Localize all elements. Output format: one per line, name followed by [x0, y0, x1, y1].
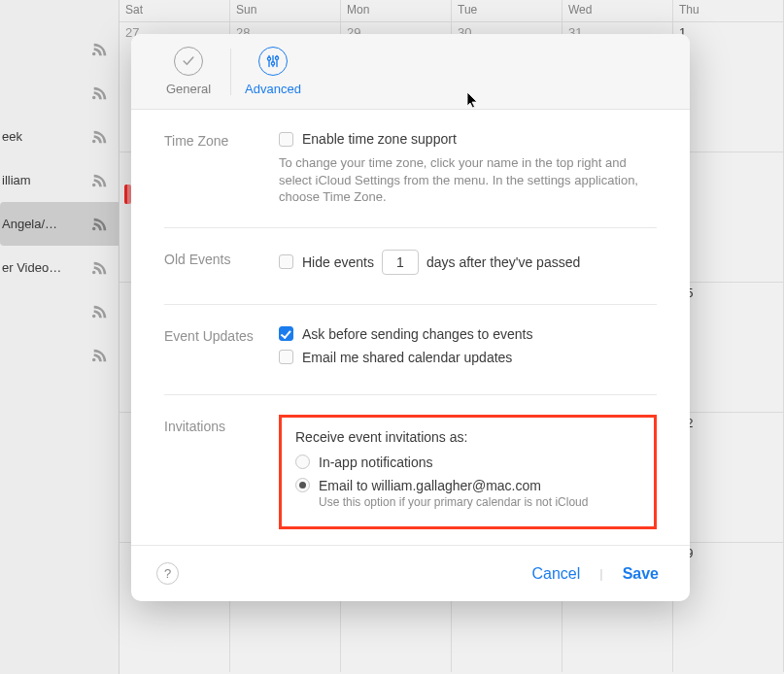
shared-icon	[91, 216, 109, 233]
tab-general[interactable]: General	[151, 47, 226, 96]
help-button[interactable]: ?	[156, 562, 179, 585]
sidebar-item[interactable]: eek	[0, 115, 119, 158]
sidebar-item[interactable]	[0, 27, 119, 71]
sidebar-item[interactable]: er Video…	[0, 246, 119, 289]
sidebar-item[interactable]: Angela/…	[0, 202, 119, 246]
section-event-updates: Event Updates Ask before sending changes…	[164, 305, 657, 395]
svg-point-5	[275, 56, 278, 59]
invitations-description: Use this option if your primary calendar…	[319, 495, 644, 509]
email-shared-updates-label: Email me shared calendar updates	[302, 350, 512, 365]
sidebar-item[interactable]	[0, 71, 119, 115]
tab-label: Advanced	[245, 82, 301, 96]
hide-events-days-input[interactable]	[382, 250, 419, 275]
ask-before-sending-label: Ask before sending changes to events	[302, 326, 532, 342]
tab-label: General	[166, 82, 211, 96]
cancel-button[interactable]: Cancel	[526, 561, 586, 587]
inapp-notifications-label: In-app notifications	[319, 455, 433, 470]
shared-icon	[91, 128, 109, 146]
section-timezone: Time Zone Enable time zone support To ch…	[164, 110, 657, 228]
email-shared-updates-checkbox[interactable]	[279, 350, 293, 364]
hide-events-checkbox[interactable]	[279, 254, 293, 269]
calendar-sidebar: eek illiam Angela/… er Video…	[0, 0, 119, 674]
day-header: Sat	[119, 0, 230, 21]
sidebar-item-label: Angela/…	[0, 217, 91, 231]
day-header: Sun	[230, 0, 341, 21]
sliders-icon	[258, 47, 288, 76]
date-cell[interactable]: 1	[673, 22, 784, 152]
email-invitations-label: Email to william.gallagher@mac.com	[319, 478, 541, 493]
shared-icon	[91, 41, 109, 58]
sidebar-item-label: illiam	[0, 173, 91, 187]
section-label: Invitations	[164, 417, 279, 529]
section-label: Event Updates	[164, 326, 279, 373]
hide-events-post-label: days after they've passed	[426, 254, 580, 270]
inapp-notifications-radio[interactable]	[295, 455, 310, 469]
svg-point-3	[267, 57, 270, 60]
hide-events-pre-label: Hide events	[302, 254, 374, 270]
sidebar-item[interactable]: illiam	[0, 158, 119, 202]
day-header: Mon	[341, 0, 452, 21]
date-cell[interactable]: 29	[673, 543, 784, 672]
sidebar-item[interactable]	[0, 289, 119, 333]
shared-icon	[91, 259, 109, 277]
modal-footer: ? Cancel | Save	[131, 545, 690, 601]
day-header: Wed	[562, 0, 673, 21]
day-header: Tue	[452, 0, 562, 21]
email-invitations-radio[interactable]	[295, 478, 310, 492]
svg-point-4	[271, 62, 274, 65]
invitations-heading: Receive event invitations as:	[295, 429, 467, 445]
section-label: Time Zone	[164, 131, 279, 206]
date-cell[interactable]: 15	[673, 283, 784, 412]
highlight-box: Receive event invitations as: In-app not…	[279, 415, 657, 529]
shared-icon	[91, 303, 109, 320]
ask-before-sending-checkbox[interactable]	[279, 326, 293, 341]
shared-icon	[91, 172, 109, 189]
timezone-checkbox-label: Enable time zone support	[302, 131, 457, 147]
checkmark-circle-icon	[174, 47, 203, 76]
date-cell[interactable]: 22	[673, 413, 784, 542]
sidebar-item[interactable]	[0, 333, 119, 377]
section-old-events: Old Events Hide events days after they'v…	[164, 228, 657, 305]
event-chip[interactable]	[124, 185, 131, 204]
shared-icon	[91, 347, 109, 364]
sidebar-item-label: er Video…	[0, 260, 91, 275]
day-header: Thu	[673, 0, 784, 21]
section-label: Old Events	[164, 250, 279, 283]
preferences-modal: General Advanced Time Zone Enable time	[131, 34, 690, 601]
timezone-checkbox[interactable]	[279, 132, 293, 147]
section-invitations: Invitations Receive event invitations as…	[164, 395, 657, 545]
tab-advanced[interactable]: Advanced	[235, 47, 311, 96]
timezone-description: To change your time zone, click your nam…	[279, 154, 657, 206]
shared-icon	[91, 84, 109, 102]
sidebar-item-label: eek	[0, 129, 91, 144]
separator	[230, 49, 231, 95]
separator: |	[599, 566, 602, 581]
save-button[interactable]: Save	[617, 561, 665, 587]
date-cell[interactable]: 8	[673, 152, 784, 282]
tab-bar: General Advanced	[131, 34, 690, 110]
